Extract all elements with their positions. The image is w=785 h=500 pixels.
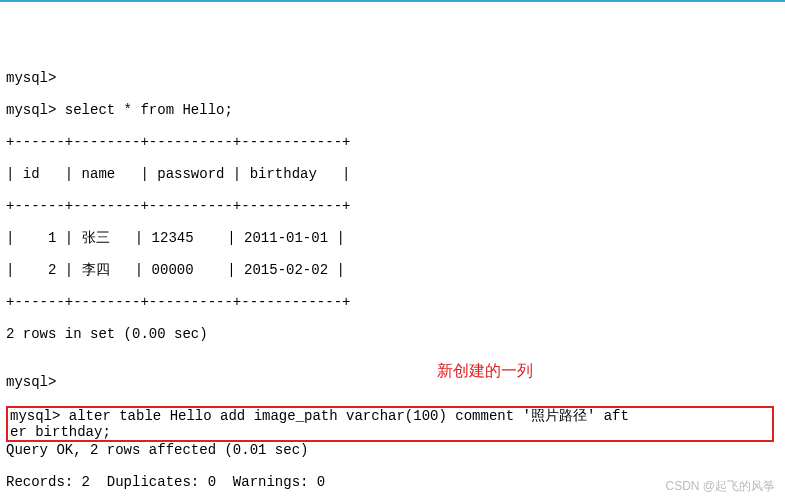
highlighted-alter-statement: mysql> alter table Hello add image_path … [6,406,774,442]
prompt-empty: mysql> [6,70,779,86]
alter-line-1: mysql> alter table Hello add image_path … [10,408,770,424]
alter-query-ok: Query OK, 2 rows affected (0.01 sec) [6,442,779,458]
table1-row-2: | 2 | 李四 | 00000 | 2015-02-02 | [6,262,779,278]
table1-summary: 2 rows in set (0.00 sec) [6,326,779,342]
table1-border-mid: +------+--------+----------+------------… [6,198,779,214]
table1-border-top: +------+--------+----------+------------… [6,134,779,150]
table1-row-1: | 1 | 张三 | 12345 | 2011-01-01 | [6,230,779,246]
sql-select-1: mysql> select * from Hello; [6,102,779,118]
alter-records: Records: 2 Duplicates: 0 Warnings: 0 [6,474,779,490]
watermark: CSDN @起飞的风筝 [665,478,775,494]
alter-line-2: er birthday; [10,424,770,440]
prompt-empty-2: mysql> [6,374,779,390]
table1-border-bottom: +------+--------+----------+------------… [6,294,779,310]
table1-header: | id | name | password | birthday | [6,166,779,182]
annotation-new-column: 新创建的一列 [437,363,533,379]
